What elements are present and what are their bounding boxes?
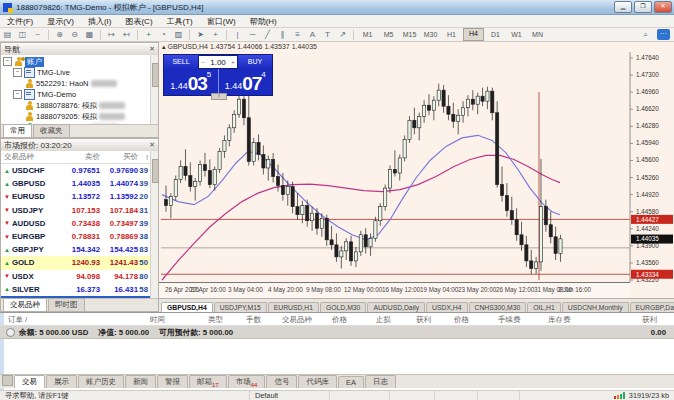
minimize-button[interactable]: ▁ [614, 1, 632, 13]
zoom-in-icon[interactable]: ⊕ [53, 29, 66, 40]
terminal-column-header[interactable]: 交易品种 [282, 315, 312, 325]
chart-tab-usdx[interactable]: USDX,H4 [426, 302, 467, 312]
chart-collapse-icon[interactable]: ▴ [162, 43, 166, 50]
market-watch-row-eurusd[interactable]: ▼EURUSD1.135721.1359220 [1, 190, 151, 203]
column-header[interactable]: 买价 [100, 152, 138, 162]
channel-icon[interactable]: ∥ [276, 29, 289, 40]
timeframe-m5-button[interactable]: M5 [379, 29, 398, 40]
market-watch-row-usdchf[interactable]: ▲USDCHF0.976510.9769039 [1, 164, 151, 177]
market-watch-row-gbpusd[interactable]: ▲GBPUSD1.440351.4407439 [1, 177, 151, 190]
tree-group-tmg-demo[interactable]: −TMG-Demo [13, 89, 151, 100]
menu-item-文[interactable]: 文件(F) [0, 16, 40, 27]
market-watch-row-gbpjpy[interactable]: ▲GBPJPY154.342154.42583 [1, 243, 151, 256]
close-button[interactable]: ✕ [654, 1, 672, 13]
timeframe-h4-button[interactable]: H4 [463, 28, 484, 41]
terminal-column-header[interactable]: 价格 [454, 315, 469, 325]
timeframe-m30-button[interactable]: M30 [421, 29, 440, 40]
balance-row[interactable]: 余额: 5 000.00 USD 净值: 5 000.00 可用预付款: 5 0… [0, 326, 674, 339]
chart-tab-usdjpy[interactable]: USDJPY,M15 [214, 302, 267, 312]
navigator-close-icon[interactable]: ✕ [149, 45, 155, 53]
menu-item-图[interactable]: 图表(C) [118, 16, 159, 27]
navigator-tab-常用[interactable]: 常用 [3, 124, 32, 137]
navigator-tab-收藏夹[interactable]: 收藏夹 [33, 124, 70, 137]
menu-item-工[interactable]: 工具(T) [160, 16, 200, 27]
terminal-tab-代码库[interactable]: 代码库 [298, 375, 337, 388]
chart-tab-eurusd[interactable]: EURUSD,H1 [268, 302, 319, 312]
terminal-column-header[interactable]: 类型 [208, 315, 223, 325]
restore-button[interactable]: ❐ [634, 1, 652, 13]
tree-account-item[interactable]: 1888078876: 模拟 [25, 100, 151, 111]
timeframe-d1-button[interactable]: D1 [486, 29, 505, 40]
market-watch-close-icon[interactable]: ✕ [149, 141, 155, 149]
timeframe-w1-button[interactable]: W1 [507, 29, 526, 40]
terminal-tab-邮箱[interactable]: 邮箱17 [189, 375, 227, 389]
terminal-column-header[interactable]: 获利 [416, 315, 431, 325]
timeframe-m1-button[interactable]: M1 [358, 29, 377, 40]
terminal-tab-日志[interactable]: 日志 [365, 375, 396, 388]
terminal-tab-信号[interactable]: 信号 [266, 375, 297, 388]
terminal-column-header[interactable]: 止损 [376, 315, 391, 325]
timeframe-mn-button[interactable]: MN [528, 29, 547, 40]
buy-price[interactable]: 1.44 07 4 [219, 69, 273, 95]
timeframe-m15-button[interactable]: M15 [400, 29, 419, 40]
terminal-column-header[interactable]: 获利 [642, 315, 657, 325]
column-header[interactable]: 卖价 [60, 152, 100, 162]
tree-group-tmg-live[interactable]: −TMG-Live [13, 67, 151, 78]
title-bar[interactable]: 1888079826: TMG-Demo - 模拟帐户 - [GBPUSD,H4… [0, 0, 674, 15]
market-watch-row-usdx[interactable]: ▼USDX94.09894.17880 [1, 270, 151, 283]
line-chart-icon[interactable]: ~ [31, 29, 44, 40]
one-click-collapse-handle[interactable]: ‖ [211, 93, 227, 100]
buy-button[interactable]: BUY [238, 55, 272, 69]
text-label-icon[interactable]: T [321, 29, 334, 40]
tree-account-item[interactable]: 5522291: HaoN [25, 78, 151, 89]
arrows-icon[interactable]: ↗ [336, 29, 349, 40]
crosshair-icon[interactable]: + [209, 29, 222, 40]
chart-tab-eurgbp[interactable]: EURGBP,Daily [630, 302, 674, 312]
fibonacci-icon[interactable]: ≡ [291, 29, 304, 40]
chart-tab-gold[interactable]: GOLD,M30 [320, 302, 366, 312]
status-profile[interactable]: Default [250, 391, 330, 400]
indicators-icon[interactable]: + [142, 29, 155, 40]
terminal-tab-账户历史[interactable]: 账户历史 [78, 375, 124, 388]
market-watch-row-audusd[interactable]: ▼AUDUSD0.734380.7349739 [1, 217, 151, 230]
terminal-column-header[interactable]: 订单 / [8, 315, 27, 325]
volume-decrease-button[interactable]: − [199, 59, 207, 65]
market-watch-row-eurgbp[interactable]: ▼EURGBP0.788310.7886938 [1, 230, 151, 243]
market-watch-row-gold[interactable]: ▲GOLD1240.931241.4350 [1, 256, 151, 269]
sell-button[interactable]: SELL [164, 55, 198, 69]
tree-toggle-icon[interactable]: − [13, 68, 22, 77]
market-watch-row-usdjpy[interactable]: ▼USDJPY107.153107.18431 [1, 204, 151, 217]
menu-item-插[interactable]: 插入(I) [81, 16, 119, 27]
chart-shift-icon[interactable]: ↤ [120, 29, 133, 40]
chart-tab-usdcnh[interactable]: USDCNH,Monthly [562, 302, 629, 312]
navigator-scrollbar[interactable] [150, 55, 158, 124]
time-axis[interactable]: 26 Apr 201627 Apr 16:003 May 04:004 May … [159, 282, 630, 298]
menu-item-帮[interactable]: 帮助(H) [243, 16, 284, 27]
menu-item-显[interactable]: 显示(V) [40, 16, 81, 27]
zoom-out-icon[interactable]: ⊖ [68, 29, 81, 40]
market-watch-tab-即时图[interactable]: 即时图 [48, 298, 85, 311]
candles-chart-icon[interactable]: ◫ [16, 29, 29, 40]
chart-tab-audusd[interactable]: AUDUSD,Daily [367, 302, 425, 312]
column-header[interactable]: 交易品种 [1, 152, 60, 162]
terminal-column-header[interactable]: 库存费 [548, 315, 571, 325]
auto-scroll-icon[interactable]: ↦ [105, 29, 118, 40]
terminal-grip[interactable] [2, 375, 13, 386]
terminal-column-header[interactable]: 价格 [332, 315, 347, 325]
vertical-line-icon[interactable]: | [231, 29, 244, 40]
chart-tab-gbpusd[interactable]: GBPUSD,H4 [161, 302, 213, 312]
tree-toggle-icon[interactable]: − [3, 57, 12, 66]
terminal-column-header[interactable]: 手数 [246, 315, 261, 325]
templates-icon[interactable]: ▨ [172, 29, 185, 40]
volume-increase-button[interactable]: + [229, 59, 237, 65]
tree-toggle-icon[interactable]: − [13, 90, 22, 99]
volume-input[interactable]: 1.00 [207, 58, 229, 67]
market-watch-tab-交易品种[interactable]: 交易品种 [3, 298, 47, 311]
chart-tab-oil[interactable]: OIL,H1 [527, 302, 561, 312]
terminal-tab-交易[interactable]: 交易 [14, 375, 45, 388]
terminal-tab-市场[interactable]: 市场44 [228, 375, 266, 389]
cursor-icon[interactable]: ➤ [194, 29, 207, 40]
text-icon[interactable]: A [306, 29, 319, 40]
tree-account-item[interactable]: 1888079205: 模拟 [25, 111, 151, 122]
menu-item-窗[interactable]: 窗口(W) [200, 16, 243, 27]
